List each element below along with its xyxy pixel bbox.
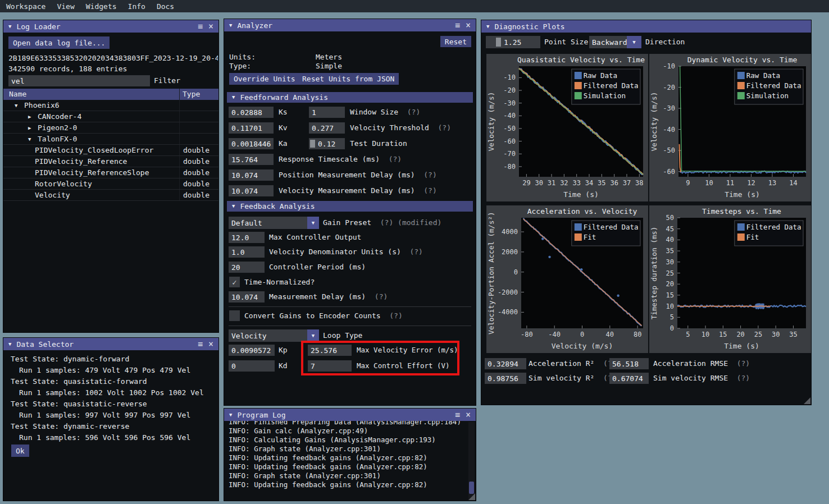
chevron-down-icon[interactable]: ▼ bbox=[307, 217, 319, 229]
slider-grab[interactable] bbox=[496, 38, 501, 47]
velocity-delay-input[interactable]: 10.074 bbox=[229, 185, 274, 196]
svg-text:-20: -20 bbox=[503, 86, 516, 94]
svg-text:13: 13 bbox=[768, 179, 776, 187]
direction-select[interactable]: Backward bbox=[589, 36, 627, 48]
response-timescale-input[interactable]: 15.764 bbox=[229, 154, 274, 165]
svg-text:80: 80 bbox=[634, 331, 641, 338]
collapse-icon[interactable]: ▼ bbox=[229, 413, 232, 418]
menu-item-view[interactable]: View bbox=[57, 2, 74, 11]
menu-item-widgets[interactable]: Widgets bbox=[86, 2, 117, 11]
plot-acceleration-vs-velocity[interactable]: Acceleration vs. VelocityVelocity-Portio… bbox=[486, 205, 648, 353]
position-delay-label: Position Measurement Delay (ms) (?) bbox=[279, 169, 437, 181]
svg-text:5: 5 bbox=[686, 331, 690, 338]
window-menu-icon[interactable]: ≡ bbox=[198, 22, 203, 31]
column-name[interactable]: Name bbox=[9, 89, 26, 100]
menu-item-workspace[interactable]: Workspace bbox=[6, 2, 45, 11]
tree-row-label: Phoenix6 bbox=[24, 101, 60, 109]
window-menu-icon[interactable]: ≡ bbox=[455, 411, 460, 419]
sim-velocity-r2-label: Sim velocity R² (?) bbox=[529, 373, 617, 384]
scrollbar-thumb[interactable] bbox=[469, 482, 474, 494]
svg-text:-60: -60 bbox=[663, 168, 675, 176]
ka-input[interactable]: 0.0018446 bbox=[229, 138, 274, 149]
tree-row[interactable]: PIDVelocity_ReferenceSlopedouble bbox=[3, 167, 218, 178]
kp-input[interactable]: 0.0090572 bbox=[229, 345, 275, 356]
chevron-right-icon[interactable]: ▶ bbox=[28, 114, 38, 120]
ok-button[interactable]: Ok bbox=[11, 445, 29, 457]
svg-text:-60: -60 bbox=[503, 138, 516, 145]
tree-row[interactable]: ▼Phoenix6 bbox=[3, 100, 218, 111]
reset-units-from-json-button[interactable]: Reset Units from JSON bbox=[298, 73, 399, 85]
point-size-label: Point Size bbox=[544, 36, 588, 48]
override-units-button[interactable]: Override Units bbox=[229, 73, 300, 85]
loop-type-select[interactable]: Velocity bbox=[229, 329, 307, 342]
close-icon[interactable]: × bbox=[466, 21, 471, 30]
table-header[interactable]: Name Type bbox=[3, 89, 218, 100]
collapse-icon[interactable]: ▼ bbox=[8, 342, 11, 347]
kp-label: Kp bbox=[279, 345, 288, 356]
test-duration-slider[interactable]: 0.12 bbox=[309, 138, 345, 149]
tree-row[interactable]: ▶CANcoder-4 bbox=[3, 111, 218, 122]
close-icon[interactable]: × bbox=[466, 411, 471, 419]
position-delay-input[interactable]: 10.074 bbox=[229, 169, 274, 181]
analyzer-window: ▼ Analyzer ≡ × Reset Units: Meters Type:… bbox=[224, 19, 476, 406]
chevron-right-icon[interactable]: ▶ bbox=[28, 125, 38, 131]
chevron-down-icon[interactable]: ▼ bbox=[15, 103, 24, 108]
kd-input[interactable]: 0 bbox=[229, 360, 275, 372]
resize-grip[interactable] bbox=[804, 397, 810, 404]
velocity-threshold-input[interactable]: 0.277 bbox=[309, 122, 345, 134]
max-controller-output-input[interactable]: 12.0 bbox=[229, 232, 265, 243]
plot-dynamic-velocity-vs-time[interactable]: Dynamic Velocity vs. TimeVelocity (m/s)T… bbox=[649, 54, 811, 201]
menu-item-docs[interactable]: Docs bbox=[157, 2, 174, 11]
log-line: INFO: Updating feedback gains (Analyzer.… bbox=[229, 480, 467, 489]
window-menu-icon[interactable]: ≡ bbox=[455, 21, 460, 30]
sim-velocity-rmse-value[interactable]: 0.67074 bbox=[609, 373, 649, 384]
convert-gains-checkbox[interactable] bbox=[229, 310, 240, 321]
slider-grab[interactable] bbox=[310, 140, 315, 148]
column-type[interactable]: Type bbox=[183, 89, 200, 100]
max-control-effort-input[interactable]: 7 bbox=[308, 360, 352, 372]
ks-input[interactable]: 0.02888 bbox=[229, 107, 274, 118]
acceleration-r2-value[interactable]: 0.32894 bbox=[485, 358, 526, 369]
svg-text:20: 20 bbox=[736, 331, 744, 338]
chevron-down-icon[interactable]: ▼ bbox=[627, 36, 641, 48]
measurement-delay-input[interactable]: 10.074 bbox=[229, 291, 265, 303]
acceleration-rmse-value[interactable]: 56.518 bbox=[609, 358, 649, 369]
max-velocity-error-input[interactable]: 25.576 bbox=[308, 345, 352, 356]
diagnostic-plots-titlebar: ▼ Diagnostic Plots bbox=[481, 20, 811, 33]
reset-button[interactable]: Reset bbox=[440, 36, 471, 47]
kv-input[interactable]: 0.11701 bbox=[229, 122, 274, 134]
controller-period-input[interactable]: 20 bbox=[229, 262, 265, 273]
svg-text:40: 40 bbox=[606, 331, 614, 338]
resize-grip[interactable] bbox=[468, 493, 475, 500]
time-normalized-checkbox[interactable]: ✓ bbox=[229, 277, 240, 287]
gain-preset-select[interactable]: Default bbox=[229, 217, 307, 229]
feedback-analysis-header[interactable]: ▼ Feedback Analysis bbox=[227, 201, 473, 212]
feedforward-analysis-header[interactable]: ▼ Feedforward Analysis bbox=[227, 92, 473, 103]
window-menu-icon[interactable]: ≡ bbox=[198, 340, 203, 349]
close-icon[interactable]: × bbox=[208, 22, 213, 31]
help-icon: (?) bbox=[409, 248, 422, 256]
plot-timesteps-vs-time[interactable]: Timesteps vs. TimeTimestep duration (ms)… bbox=[649, 205, 811, 353]
tree-row[interactable]: PIDVelocity_Referencedouble bbox=[3, 156, 218, 167]
tree-row[interactable]: ▶Pigeon2-0 bbox=[3, 122, 218, 134]
sim-velocity-r2-value[interactable]: 0.98756 bbox=[485, 373, 526, 384]
svg-text:-30: -30 bbox=[663, 104, 675, 112]
tree-row[interactable]: Velocitydouble bbox=[3, 190, 218, 201]
window-size-input[interactable]: 1 bbox=[309, 107, 345, 118]
tree-row[interactable]: RotorVelocitydouble bbox=[3, 178, 218, 190]
collapse-icon[interactable]: ▼ bbox=[8, 24, 11, 29]
tree-row[interactable]: PIDVelocity_ClosedLoopErrordouble bbox=[3, 145, 218, 156]
point-size-slider[interactable]: 1.25 bbox=[486, 36, 540, 48]
open-log-file-button[interactable]: Open data log file... bbox=[8, 36, 110, 49]
tree-row[interactable]: ▼TalonFX-0 bbox=[3, 134, 218, 145]
scrollbar[interactable] bbox=[468, 422, 475, 500]
filter-input[interactable]: vel bbox=[8, 75, 150, 86]
collapse-icon[interactable]: ▼ bbox=[229, 23, 232, 28]
chevron-down-icon[interactable]: ▼ bbox=[28, 136, 38, 142]
menu-item-info[interactable]: Info bbox=[128, 2, 145, 11]
velocity-denominator-input[interactable]: 1.0 bbox=[229, 246, 265, 258]
chevron-down-icon[interactable]: ▼ bbox=[307, 329, 319, 342]
close-icon[interactable]: × bbox=[208, 340, 213, 349]
collapse-icon[interactable]: ▼ bbox=[486, 24, 489, 29]
plot-quasistatic-velocity-vs-time[interactable]: Quasistatic Velocity vs. TimeVelocity (m… bbox=[486, 54, 648, 201]
